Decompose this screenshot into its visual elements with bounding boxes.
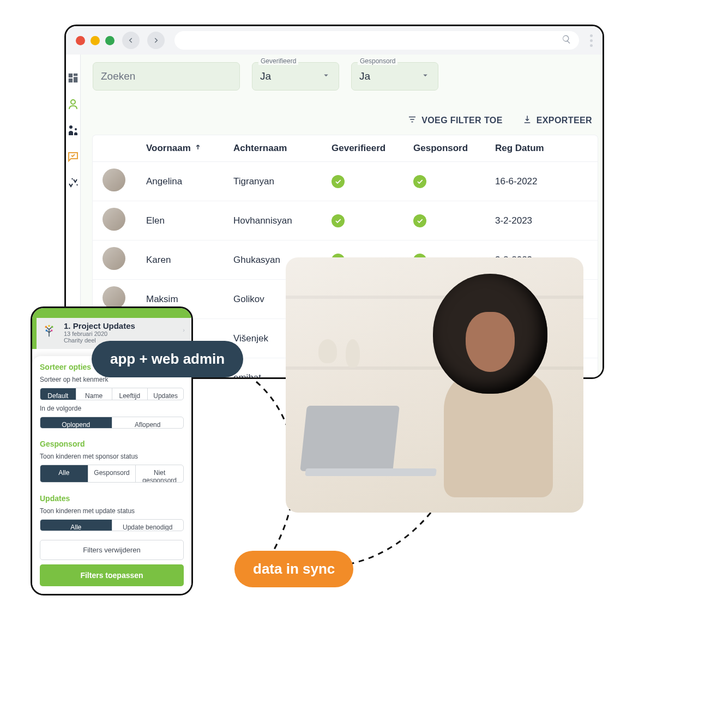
avatar bbox=[103, 286, 125, 309]
svg-point-10 bbox=[51, 329, 53, 332]
sort-order-segmented[interactable]: OplopendAflopend bbox=[40, 417, 184, 429]
cell-reg: 16-6-2022 bbox=[495, 176, 588, 187]
chevron-down-icon bbox=[321, 70, 331, 83]
dashboard-icon[interactable] bbox=[66, 71, 80, 85]
clear-filters-button[interactable]: Filters verwijderen bbox=[40, 540, 184, 560]
sparkle-icon[interactable] bbox=[66, 176, 80, 190]
sponsored-title: Gesponsord bbox=[40, 440, 184, 448]
search-icon bbox=[562, 34, 571, 46]
verified-filter-label: Geverifieerd bbox=[258, 57, 298, 65]
cell-first: Maksim bbox=[146, 294, 233, 305]
cell-last: Tigranyan bbox=[233, 176, 332, 187]
search-placeholder: Zoeken bbox=[101, 70, 135, 82]
seg-option[interactable]: Gesponsord bbox=[88, 465, 136, 482]
col-verified[interactable]: Geverifieerd bbox=[332, 143, 413, 154]
url-bar[interactable] bbox=[174, 31, 579, 50]
svg-rect-0 bbox=[69, 74, 73, 77]
seg-option[interactable]: Niet gesponsord bbox=[136, 465, 183, 482]
seg-option[interactable]: Oplopend bbox=[40, 417, 112, 429]
sponsored-filter[interactable]: Gesponsord Ja bbox=[351, 62, 438, 91]
table-row[interactable]: ElenHovhannisyan3-2-2023 bbox=[93, 201, 598, 240]
avatar bbox=[103, 169, 125, 191]
cell-verified bbox=[332, 175, 413, 188]
seg-option[interactable]: Update benodigd bbox=[112, 520, 184, 531]
table-actions: VOEG FILTER TOE EXPORTEER bbox=[93, 115, 592, 127]
updates-segmented[interactable]: AlleUpdate benodigd bbox=[40, 519, 184, 532]
window-close-dot[interactable] bbox=[76, 36, 85, 45]
svg-point-11 bbox=[48, 325, 50, 327]
browser-menu-icon[interactable] bbox=[590, 34, 593, 47]
nav-forward-button[interactable] bbox=[147, 32, 165, 49]
export-label: EXPORTEER bbox=[537, 116, 592, 125]
phone-date: 13 februari 2020 bbox=[64, 330, 177, 337]
export-button[interactable]: EXPORTEER bbox=[522, 115, 592, 127]
phone-title: 1. Project Updates bbox=[64, 321, 177, 330]
add-filter-button[interactable]: VOEG FILTER TOE bbox=[407, 115, 503, 127]
svg-point-7 bbox=[45, 326, 47, 328]
sort-by-segmented[interactable]: DefaultNameLeeftijdUpdates bbox=[40, 388, 184, 400]
svg-rect-1 bbox=[74, 74, 77, 76]
seg-option[interactable]: Default bbox=[40, 388, 76, 400]
sponsored-sub: Toon kinderen met sponsor status bbox=[40, 453, 184, 460]
avatar bbox=[103, 208, 125, 231]
window-max-dot[interactable] bbox=[105, 36, 115, 45]
verified-filter-value: Ja bbox=[260, 70, 271, 82]
order-label: In de volgorde bbox=[40, 405, 184, 412]
sponsored-filter-label: Gesponsord bbox=[358, 57, 397, 65]
col-voornaam[interactable]: Voornaam bbox=[146, 143, 233, 154]
messages-icon[interactable] bbox=[66, 149, 80, 164]
sort-asc-icon bbox=[194, 143, 202, 154]
cell-first: Angelina bbox=[146, 176, 233, 187]
col-sponsored[interactable]: Gesponsord bbox=[413, 143, 495, 154]
updates-sub: Toon kinderen met update status bbox=[40, 507, 184, 515]
svg-point-4 bbox=[71, 100, 75, 104]
logo-tree-icon bbox=[40, 321, 58, 340]
svg-point-9 bbox=[45, 329, 47, 332]
verified-filter[interactable]: Geverifieerd Ja bbox=[252, 62, 339, 91]
seg-option[interactable]: Alle bbox=[40, 520, 112, 531]
download-icon bbox=[522, 115, 532, 127]
filter-icon bbox=[407, 115, 417, 127]
seg-option[interactable]: Aflopend bbox=[112, 417, 184, 429]
cell-verified bbox=[332, 214, 413, 227]
children-icon[interactable] bbox=[66, 97, 80, 111]
svg-point-5 bbox=[69, 125, 73, 129]
table-row[interactable]: AngelinaTigranyan16-6-2022 bbox=[93, 162, 598, 201]
col-achternaam[interactable]: Achternaam bbox=[233, 143, 332, 154]
filter-row: Zoeken Geverifieerd Ja Gesponsord Ja bbox=[93, 62, 598, 91]
sponsored-filter-value: Ja bbox=[359, 70, 370, 82]
cell-reg: 3-2-2023 bbox=[495, 215, 588, 226]
search-input[interactable]: Zoeken bbox=[93, 62, 240, 91]
family-icon[interactable] bbox=[66, 123, 80, 137]
updates-title: Updates bbox=[40, 494, 184, 503]
seg-option[interactable]: Leeftijd bbox=[112, 388, 148, 400]
check-icon bbox=[332, 214, 345, 227]
cell-sponsored bbox=[413, 175, 495, 188]
window-min-dot[interactable] bbox=[91, 36, 100, 45]
check-icon bbox=[413, 214, 426, 227]
cell-sponsored bbox=[413, 214, 495, 227]
cell-first: Elen bbox=[146, 215, 233, 226]
sponsored-segmented[interactable]: AlleGesponsordNiet gesponsord bbox=[40, 465, 184, 483]
table-header: Voornaam Achternaam Geverifieerd Gespons… bbox=[93, 135, 598, 162]
seg-option[interactable]: Updates bbox=[148, 388, 183, 400]
svg-rect-2 bbox=[74, 77, 77, 82]
seg-option[interactable]: Alle bbox=[40, 465, 88, 482]
svg-point-6 bbox=[75, 128, 77, 130]
add-filter-label: VOEG FILTER TOE bbox=[421, 116, 503, 125]
browser-chrome-bar bbox=[66, 26, 602, 55]
col-reg[interactable]: Reg Datum bbox=[495, 143, 588, 154]
badge-app-web-admin: app + web admin bbox=[92, 341, 243, 377]
lifestyle-photo bbox=[286, 257, 583, 513]
cell-first: Karen bbox=[146, 255, 233, 266]
check-icon bbox=[332, 175, 345, 188]
avatar bbox=[103, 247, 125, 270]
chevron-right-icon: › bbox=[183, 321, 185, 333]
cell-last: Hovhannisyan bbox=[233, 215, 332, 226]
apply-filters-button[interactable]: Filters toepassen bbox=[40, 564, 184, 586]
nav-back-button[interactable] bbox=[122, 32, 140, 49]
filter-sheet: Sorteer opties Sorteer op het kenmerk De… bbox=[32, 356, 191, 594]
svg-rect-3 bbox=[69, 79, 73, 82]
svg-point-8 bbox=[51, 326, 53, 328]
seg-option[interactable]: Name bbox=[76, 388, 112, 400]
